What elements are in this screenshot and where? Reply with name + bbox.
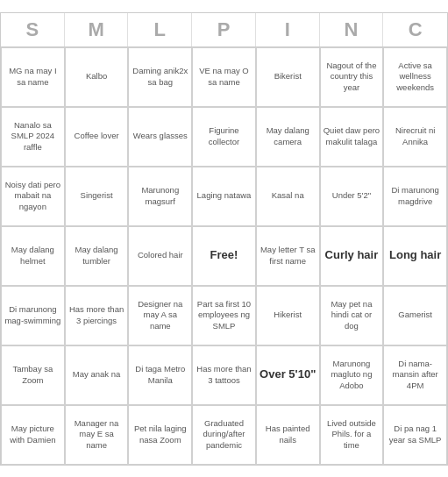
bingo-cell-23: Colored hair <box>128 226 192 286</box>
header-cell-P: P <box>192 13 256 46</box>
bingo-cell-29: Has more than 3 piercings <box>65 286 129 345</box>
bingo-cell-6: Active sa wellness weekends <box>383 47 447 107</box>
bingo-cell-9: Wears glasses <box>128 107 192 167</box>
bingo-cell-39: Over 5'10" <box>256 345 320 405</box>
bingo-cell-20: Di marunong magdrive <box>383 167 447 226</box>
header-cell-N: N <box>320 13 384 46</box>
bingo-cell-7: Nanalo sa SMLP 2024 raffle <box>1 107 65 167</box>
bingo-cell-24: Free! <box>192 226 256 286</box>
bingo-cell-33: May pet na hindi cat or dog <box>320 286 384 345</box>
bingo-cell-0: MG na may I sa name <box>1 47 65 107</box>
bingo-cell-3: VE na may O sa name <box>192 47 256 107</box>
bingo-cell-41: Di nama-mansin after 4PM <box>383 345 447 405</box>
bingo-cell-36: May anak na <box>65 345 129 405</box>
bingo-cell-13: Nirecruit ni Annika <box>383 107 447 167</box>
bingo-cell-40: Marunong magluto ng Adobo <box>320 345 384 405</box>
bingo-cell-28: Di marunong mag-swimming <box>1 286 65 345</box>
bingo-cell-8: Coffee lover <box>65 107 129 167</box>
bingo-cell-18: Kasal na <box>256 167 320 226</box>
bingo-header: SMLPINC <box>1 13 447 47</box>
header-cell-M: M <box>65 13 129 46</box>
bingo-cell-15: Singerist <box>65 167 129 226</box>
bingo-cell-2: Daming anik2x sa bag <box>128 47 192 107</box>
bingo-cell-37: Di taga Metro Manila <box>128 345 192 405</box>
bingo-cell-34: Gamerist <box>383 286 447 345</box>
header-cell-C: C <box>383 13 447 46</box>
bingo-card: SMLPINC MG na may I sa nameKalboDaming a… <box>0 12 448 466</box>
bingo-cell-35: Tambay sa Zoom <box>1 345 65 405</box>
bingo-cell-11: May dalang camera <box>256 107 320 167</box>
bingo-cell-17: Laging natawa <box>192 167 256 226</box>
bingo-cell-48: Di pa nag 1 year sa SMLP <box>383 405 447 465</box>
bingo-cell-14: Noisy dati pero mabait na ngayon <box>1 167 65 226</box>
bingo-cell-42: May picture with Damien <box>1 405 65 465</box>
bingo-cell-31: Part sa first 10 employees ng SMLP <box>192 286 256 345</box>
bingo-cell-1: Kalbo <box>65 47 129 107</box>
header-cell-S: S <box>1 13 65 46</box>
bingo-cell-21: May dalang helmet <box>1 226 65 286</box>
header-cell-L: L <box>128 13 192 46</box>
bingo-cell-45: Graduated during/after pandemic <box>192 405 256 465</box>
bingo-cell-44: Pet nila laging nasa Zoom <box>128 405 192 465</box>
bingo-cell-30: Designer na may A sa name <box>128 286 192 345</box>
bingo-cell-26: Curly hair <box>320 226 384 286</box>
bingo-cell-19: Under 5'2" <box>320 167 384 226</box>
header-cell-I: I <box>256 13 320 46</box>
bingo-cell-38: Has more than 3 tattoos <box>192 345 256 405</box>
bingo-cell-12: Quiet daw pero makulit talaga <box>320 107 384 167</box>
bingo-cell-10: Figurine collector <box>192 107 256 167</box>
bingo-cell-22: May dalang tumbler <box>65 226 129 286</box>
bingo-cell-43: Manager na may E sa name <box>65 405 129 465</box>
bingo-cell-27: Long hair <box>383 226 447 286</box>
bingo-cell-16: Marunong magsurf <box>128 167 192 226</box>
bingo-cell-4: Bikerist <box>256 47 320 107</box>
bingo-cell-46: Has painted nails <box>256 405 320 465</box>
bingo-cell-47: Lived outside Phils. for a time <box>320 405 384 465</box>
bingo-grid: MG na may I sa nameKalboDaming anik2x sa… <box>1 47 447 465</box>
bingo-cell-25: May letter T sa first name <box>256 226 320 286</box>
bingo-cell-5: Nagout of the country this year <box>320 47 384 107</box>
bingo-cell-32: Hikerist <box>256 286 320 345</box>
